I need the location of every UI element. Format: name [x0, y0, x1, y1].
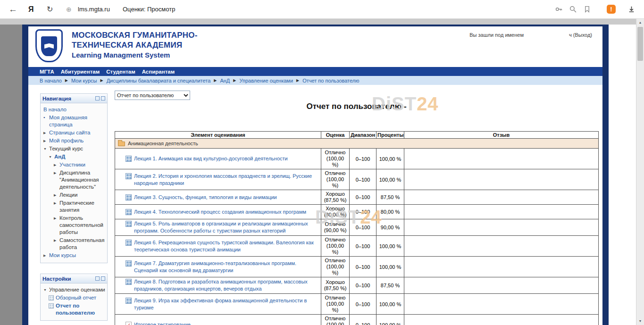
topnav-item[interactable]: Абитуриентам	[61, 69, 100, 75]
breadcrumb-link[interactable]: Отчет по пользователю	[302, 78, 359, 83]
sidebar-item[interactable]: ▼АнД	[49, 153, 106, 161]
sidebar-item[interactable]: ▼Управление оценками	[43, 286, 106, 294]
breadcrumb-link[interactable]: АнД	[220, 78, 230, 83]
grade-item-link[interactable]: Лекция 2. История и хронология массовых …	[134, 173, 319, 187]
grade-item-link[interactable]: Лекция 6. Рекреационная сущность туристс…	[134, 239, 319, 253]
item-wrap: Лекция 4. Технологический процесс создан…	[117, 208, 319, 216]
navigation-list: В начало▪Моя домашняя страница▶Страницы …	[41, 103, 107, 263]
move-block-icon[interactable]	[95, 276, 100, 281]
feedback-cell	[404, 257, 599, 277]
sidebar-item[interactable]: ▶Мои курсы	[43, 251, 106, 259]
item-name-cell: Лекция 3. Сущность, функция, типология и…	[115, 190, 321, 205]
notifications-icon[interactable]: !	[607, 0, 616, 18]
topnav-item[interactable]: Студентам	[106, 69, 135, 75]
sidebar-item[interactable]: ▶Лекции	[54, 191, 106, 199]
report-type-select[interactable]: Отчет по пользователю	[115, 91, 190, 100]
item-name-cell: Лекция 9. Игра как эффективная форма ани…	[115, 294, 321, 315]
item-wrap: Лекция 3. Сущность, функция, типология и…	[117, 194, 319, 201]
sidebar-item-label: АнД	[54, 153, 65, 160]
zoom-search-icon[interactable]	[569, 0, 577, 18]
sidebar-item[interactable]: Обзорный отчет	[49, 294, 106, 302]
lesson-icon	[125, 221, 132, 227]
grade-item-row: Лекция 5. Роль аниматоров в организации …	[115, 219, 599, 236]
grade-percent-value: (100,00 %)	[323, 243, 347, 255]
grade-item-link[interactable]: Лекция 1. Анимация как вид культурно-дос…	[134, 155, 288, 162]
scrollbar-down-icon[interactable]: ▼	[636, 317, 644, 325]
grade-cell: Хорошо(80,00 %)	[321, 205, 350, 219]
password-key-icon[interactable]	[555, 0, 563, 18]
scrollbar-thumb[interactable]	[637, 27, 643, 61]
range-cell: 0–100	[350, 169, 376, 190]
sidebar-item[interactable]: ▶Мой профиль	[43, 137, 106, 145]
login-info: Вы зашли под именемч (Выход)	[469, 32, 592, 38]
logo-shield	[35, 29, 63, 62]
lesson-icon	[125, 194, 132, 200]
sidebar-item-label: Самостоятельная работа	[59, 237, 106, 251]
logged-in-as-text: Вы зашли под именем	[469, 32, 524, 38]
grade-item-link[interactable]: Лекция 9. Игра как эффективная форма ани…	[134, 297, 319, 311]
settings-block-header: Настройки	[41, 274, 107, 283]
grade-percent-value: (87,50 %)	[323, 197, 347, 203]
grade-item-link[interactable]: Лекция 5. Роль аниматоров в организации …	[134, 220, 319, 234]
range-cell: 0–100	[350, 219, 376, 236]
report-main: Отчет по пользователю Отчет по пользоват…	[115, 91, 598, 325]
browser-side-panel-strip	[0, 25, 22, 325]
breadcrumb-link[interactable]: Мои курсы	[71, 78, 97, 83]
column-header: Проценты	[376, 132, 404, 139]
settings-list: ▼Управление оценкамиОбзорный отчетОтчет …	[41, 283, 107, 320]
item-name-cell: Лекция 6. Рекреационная сущность туристс…	[115, 236, 321, 257]
sidebar-item[interactable]: ▪Моя домашняя страница	[43, 114, 106, 129]
sidebar-item[interactable]: Отчет по пользователю	[49, 302, 106, 317]
content-area: Навигация В начало▪Моя домашняя страница…	[28, 85, 602, 325]
breadcrumb-link[interactable]: Дисциплины бакалавриата и специалитета	[107, 78, 211, 83]
scrollbar-up-icon[interactable]: ▲	[636, 19, 644, 26]
percent-cell: 100,00 %	[376, 294, 404, 315]
vertical-scrollbar[interactable]: ▲ ▼	[636, 19, 644, 325]
academy-title-line1: МОСКОВСКАЯ ГУМАНИТАРНО-	[72, 30, 198, 40]
topnav-item[interactable]: МГТА	[40, 69, 54, 75]
grade-item-link[interactable]: Итоговое тестирование	[134, 321, 191, 325]
category-wrap: Анимационная деятельность	[118, 141, 595, 146]
move-block-icon[interactable]	[95, 96, 100, 100]
breadcrumb-link[interactable]: В начало	[40, 78, 62, 83]
sidebar-item[interactable]: ▶Самостоятельная работа	[54, 236, 106, 251]
range-cell: 0–100	[350, 257, 376, 277]
sidebar-item[interactable]: ▶Дисциплина "Анимационная деятельность"	[54, 169, 106, 191]
item-wrap: Лекция 1. Анимация как вид культурно-дос…	[117, 155, 319, 162]
sidebar-item[interactable]: ▶Участники	[54, 161, 106, 169]
sidebar-item[interactable]: ▶Контроль самостоятельной работы	[54, 214, 106, 236]
grade-item-link[interactable]: Лекция 3. Сущность, функция, типология и…	[134, 194, 277, 201]
download-icon[interactable]	[627, 0, 636, 18]
grade-item-link[interactable]: Лекция 7. Драматургия анимационно-театра…	[134, 260, 319, 274]
grade-item-link[interactable]: Лекция 8. Подготовка и разработка анимац…	[134, 278, 319, 292]
grade-percent-value: (80,00 %)	[323, 212, 347, 218]
back-icon[interactable]: ←	[8, 0, 17, 18]
site-frame: МОСКОВСКАЯ ГУМАНИТАРНО- ТЕХНИЧЕСКАЯ АКАД…	[22, 25, 609, 325]
dock-block-icon[interactable]	[101, 276, 105, 281]
address-bar-url[interactable]: lms.mgta.ru	[78, 0, 110, 18]
refresh-icon[interactable]: ↻	[47, 0, 53, 18]
sidebar-item[interactable]: В начало	[43, 106, 106, 114]
topnav-item[interactable]: Аспирантам	[142, 69, 175, 75]
grade-item-link[interactable]: Лекция 4. Технологический процесс создан…	[134, 208, 306, 216]
feedback-cell	[404, 169, 599, 190]
item-name-cell: Лекция 2. История и хронология массовых …	[115, 169, 321, 190]
expanded-marker-icon: ▼	[43, 286, 49, 293]
dock-block-icon[interactable]	[101, 96, 105, 100]
feedback-cell	[404, 190, 599, 205]
grade-percent-value: (100,00 %)	[323, 176, 347, 189]
report-icon	[49, 295, 54, 300]
grade-percent-value: (100,00 %)	[323, 301, 347, 313]
range-cell: 0–100	[350, 236, 376, 257]
bookmark-flag-icon[interactable]	[583, 0, 591, 18]
range-cell: 0–100	[350, 294, 376, 315]
logout-link[interactable]: ч (Выход)	[569, 32, 592, 38]
sidebar-item[interactable]: ▶Практические занятия	[54, 199, 106, 214]
collapsed-marker-icon: ▶	[54, 200, 59, 207]
breadcrumb-link[interactable]: Управление оценками	[239, 78, 293, 83]
sidebar-item[interactable]: ▶Страницы сайта	[43, 129, 106, 137]
item-wrap: ✓Итоговое тестирование	[117, 321, 319, 325]
sidebar-item[interactable]: ▼Текущий курс	[43, 145, 106, 153]
yandex-browser-icon[interactable]: Я	[28, 0, 34, 18]
address-bar-page-title[interactable]: Оценки: Просмотр	[123, 0, 175, 18]
